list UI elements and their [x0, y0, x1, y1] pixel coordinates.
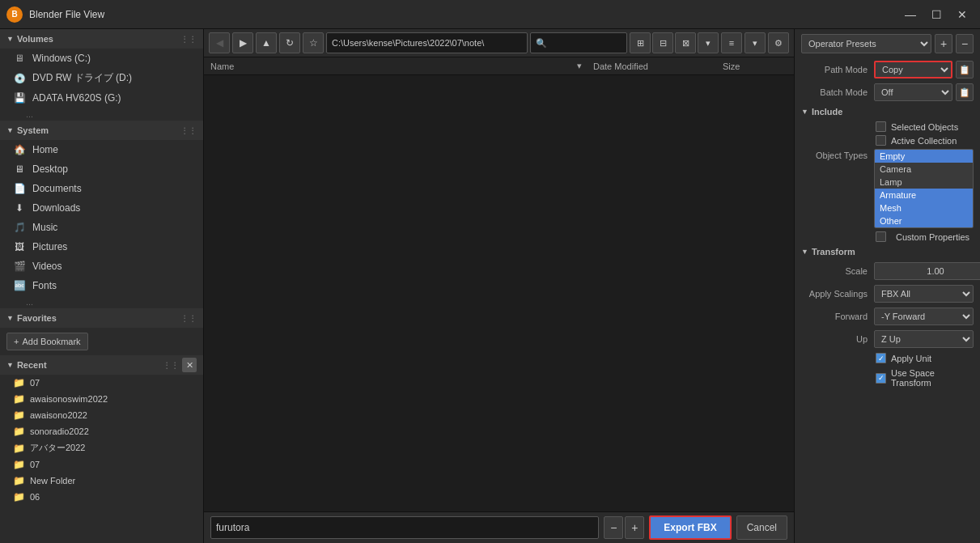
recent-toggle-icon: ▼ — [6, 361, 14, 369]
bottom-bar: − + Export FBX Cancel — [204, 511, 794, 543]
recent-item-5[interactable]: 📁 07 — [0, 456, 203, 473]
apply-scalings-label: Apply Scalings — [801, 289, 874, 299]
bookmark-button[interactable]: ☆ — [303, 32, 324, 53]
apply-unit-checkbox[interactable]: ✓ — [876, 353, 886, 363]
recent-item-label-4: アバター2022 — [30, 442, 85, 454]
system-section-header[interactable]: ▼ System ⋮⋮ — [0, 121, 203, 140]
increment-button[interactable]: + — [625, 516, 644, 539]
apply-unit-label: Apply Unit — [891, 354, 931, 363]
custom-properties-checkbox[interactable] — [876, 231, 886, 242]
export-fbx-button[interactable]: Export FBX — [649, 515, 731, 540]
operator-presets-select[interactable]: Operator Presets — [801, 34, 931, 53]
obj-type-mesh[interactable]: Mesh — [875, 202, 973, 214]
minimize-button[interactable]: — — [899, 3, 922, 26]
sidebar-item-fonts[interactable]: 🔤 Fonts — [0, 276, 203, 295]
presets-add-button[interactable]: + — [935, 34, 952, 53]
view-thumbs-button[interactable]: ⊞ — [630, 32, 651, 53]
fonts-icon: 🔤 — [13, 279, 26, 292]
filter-button[interactable]: ≡ — [721, 32, 742, 53]
sidebar-item-documents[interactable]: 📄 Documents — [0, 179, 203, 198]
system-more[interactable]: ... — [0, 295, 203, 308]
obj-type-armature[interactable]: Armature — [875, 189, 973, 202]
add-bookmark-button[interactable]: + Add Bookmark — [6, 333, 88, 350]
forward-value: -Y Forward — [874, 308, 974, 325]
apply-scalings-select[interactable]: FBX All — [874, 285, 974, 303]
recent-item-label-0: 07 — [30, 378, 40, 388]
recent-item-1[interactable]: 📁 awaisonoswim2022 — [0, 391, 203, 407]
use-space-transform-checkbox[interactable]: ✓ — [876, 373, 886, 384]
up-select[interactable]: Z Up — [874, 330, 974, 348]
folder-icon: 📁 — [13, 377, 25, 388]
recent-item-label-3: sonoradio2022 — [30, 426, 89, 436]
volumes-more[interactable]: ... — [0, 108, 203, 121]
sidebar-item-home[interactable]: 🏠 Home — [0, 140, 203, 159]
decrement-button[interactable]: − — [604, 516, 623, 539]
forward-select[interactable]: -Y Forward — [874, 308, 974, 325]
path-mode-select[interactable]: Copy — [874, 61, 952, 78]
path-mode-icon-button[interactable]: 📋 — [956, 61, 974, 78]
filename-input[interactable] — [210, 516, 599, 539]
recent-section-header[interactable]: ▼ Recent ✕ ⋮⋮ — [0, 355, 203, 375]
sidebar-item-videos[interactable]: 🎬 Videos — [0, 257, 203, 276]
presets-remove-button[interactable]: − — [956, 34, 974, 53]
col-date-header: Date Modified — [593, 62, 723, 71]
batch-mode-icon-button[interactable]: 📋 — [956, 83, 974, 101]
obj-type-camera[interactable]: Camera — [875, 163, 973, 176]
recent-item-7[interactable]: 📁 06 — [0, 489, 203, 505]
sidebar-item-windows-c[interactable]: 🖥 Windows (C:) — [0, 49, 203, 68]
recent-clear-button[interactable]: ✕ — [182, 358, 197, 372]
view-medium-button[interactable]: ⊟ — [652, 32, 673, 53]
apply-scalings-value: FBX All — [874, 285, 974, 303]
transform-section-header[interactable]: ▼ Transform — [795, 244, 980, 260]
maximize-button[interactable]: ☐ — [925, 3, 948, 26]
favorites-section-header[interactable]: ▼ Favorites ⋮⋮ — [0, 308, 203, 328]
folder-icon: 📁 — [13, 459, 25, 470]
view-small-button[interactable]: ⊠ — [675, 32, 696, 53]
active-collection-checkbox[interactable] — [876, 135, 886, 146]
sidebar-item-desktop[interactable]: 🖥 Desktop — [0, 159, 203, 179]
cancel-button[interactable]: Cancel — [736, 515, 787, 540]
path-mode-value: Copy 📋 — [874, 61, 974, 78]
favorites-label: Favorites — [17, 313, 57, 323]
videos-icon: 🎬 — [13, 260, 26, 273]
forward-button[interactable]: ▶ — [232, 32, 253, 53]
back-button[interactable]: ◀ — [209, 32, 230, 53]
nav-bar: ◀ ▶ ▲ ↻ ☆ ⊞ ⊟ ⊠ ▾ ≡ ▾ ⚙ — [204, 29, 794, 57]
up-button[interactable]: ▲ — [256, 32, 277, 53]
batch-mode-select[interactable]: Off — [874, 83, 952, 101]
selected-objects-checkbox[interactable] — [876, 121, 886, 132]
active-collection-row: Active Collection — [795, 134, 980, 147]
obj-type-other[interactable]: Other — [875, 214, 973, 227]
recent-item-4[interactable]: 📁 アバター2022 — [0, 439, 203, 456]
scale-input[interactable] — [874, 262, 980, 280]
view-dropdown-button[interactable]: ▾ — [698, 32, 719, 53]
sidebar-item-dvd-d[interactable]: 💿 DVD RW ドライブ (D:) — [0, 68, 203, 88]
recent-item-2[interactable]: 📁 awaisono2022 — [0, 407, 203, 423]
recent-item-0[interactable]: 📁 07 — [0, 375, 203, 391]
up-value: Z Up — [874, 330, 974, 348]
search-input[interactable] — [530, 32, 627, 53]
custom-properties-row: Custom Properties — [795, 230, 980, 244]
path-input[interactable] — [326, 32, 528, 53]
col-filter-icon[interactable]: ▾ — [577, 61, 593, 71]
recent-item-6[interactable]: 📁 New Folder — [0, 473, 203, 489]
check-icon: ✓ — [878, 374, 885, 382]
refresh-button[interactable]: ↻ — [279, 32, 300, 53]
recent-item-label-2: awaisono2022 — [30, 410, 87, 420]
sidebar-item-adata-g[interactable]: 💾 ADATA HV620S (G:) — [0, 88, 203, 108]
center-area: ◀ ▶ ▲ ↻ ☆ ⊞ ⊟ ⊠ ▾ ≡ ▾ ⚙ Name ▾ Date Modi… — [204, 29, 794, 543]
path-mode-label: Path Mode — [801, 65, 874, 74]
settings-button[interactable]: ⚙ — [768, 32, 789, 53]
obj-type-lamp[interactable]: Lamp — [875, 176, 973, 189]
sidebar-item-music[interactable]: 🎵 Music — [0, 218, 203, 237]
include-section-header[interactable]: ▼ Include — [795, 104, 980, 120]
volume-label-dvd: DVD RW ドライブ (D:) — [32, 71, 193, 85]
obj-type-empty[interactable]: Empty — [875, 150, 973, 163]
volumes-section-header[interactable]: ▼ Volumes ⋮⋮ — [0, 29, 203, 49]
sidebar-item-downloads[interactable]: ⬇ Downloads — [0, 198, 203, 218]
recent-item-label-6: New Folder — [30, 476, 75, 486]
recent-item-3[interactable]: 📁 sonoradio2022 — [0, 423, 203, 439]
sidebar-item-pictures[interactable]: 🖼 Pictures — [0, 237, 203, 257]
filter-dropdown-button[interactable]: ▾ — [745, 32, 766, 53]
close-button[interactable]: ✕ — [951, 3, 974, 26]
